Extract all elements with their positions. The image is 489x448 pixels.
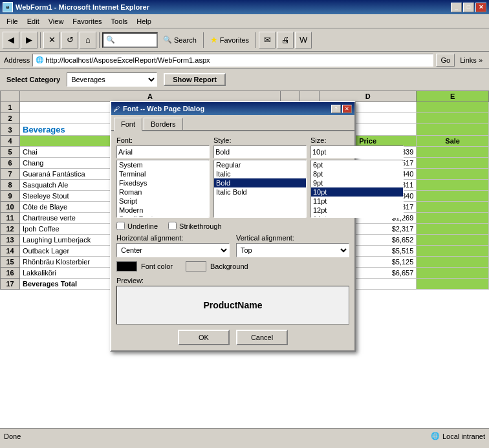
font-color-item: Font color [116,261,173,272]
toolbar-separator-4 [255,32,256,48]
style-input[interactable]: Bold [213,145,307,158]
window-title: WebForm1 - Microsoft Internet Explorer [16,3,149,11]
checkbox-row: Underline Strikethrough [116,222,349,230]
dialog-help-button[interactable]: ? [331,105,341,113]
vertical-align-select[interactable]: Top Middle Bottom [236,243,349,257]
size-listbox[interactable]: 6pt 8pt 9pt 10pt 11pt 12pt 14pt 16pt 18p… [310,160,404,218]
font-option-terminal: Terminal [117,169,209,178]
dialog-titlebar: 🖋 Font -- Web Page Dialog ? ✕ [111,102,354,115]
star-icon: ★ [210,35,218,45]
window-controls: _ □ ✕ [451,3,486,12]
font-color-swatch[interactable] [116,261,137,272]
search-label: Search [174,36,197,44]
ok-button[interactable]: OK [178,330,230,345]
underline-checkbox-label: Underline [116,222,158,230]
menu-help[interactable]: Help [133,16,155,27]
search-wrap: 🔍 [102,32,158,48]
size-input[interactable]: 10pt [310,145,404,158]
preview-text: ProductName [203,300,262,310]
links-button[interactable]: Links » [457,56,485,64]
preview-box: ProductName [116,286,349,325]
dialog-icon: 🖋 [114,105,120,112]
v-align-label: Vertical alignment: [236,234,349,242]
vertical-align-col: Vertical alignment: Top Middle Bottom [236,234,349,257]
font-option-fixedsys: Fixedsys [117,178,209,187]
strikethrough-checkbox[interactable] [168,222,177,230]
dialog-close-button[interactable]: ✕ [342,105,352,113]
menu-file[interactable]: File [3,16,22,27]
font-option-system: System [117,160,209,169]
font-option-modern: Modern [117,206,209,215]
toolbar-separator-3 [203,32,204,48]
strikethrough-label: Strikethrough [179,222,221,230]
title-left: e WebForm1 - Microsoft Internet Explorer [3,2,149,12]
search-input[interactable] [115,36,154,44]
ie-icon: e [3,2,13,12]
underline-checkbox[interactable] [116,222,125,230]
font-inputs-row: Font: Arial System Terminal Fixedsys Rom… [116,136,349,218]
menu-view[interactable]: View [45,16,68,27]
go-button[interactable]: Go [436,54,455,67]
dialog-tabs: Font Borders [111,115,354,131]
address-bar[interactable]: 🌐 http://localhost/AsposeExcelReport/Web… [32,54,433,67]
font-option-roman: Roman [117,187,209,197]
font-name-listbox[interactable]: System Terminal Fixedsys Roman Script Mo… [116,160,210,218]
toolbar: ◀ ▶ ✕ ↺ ⌂ 🔍 🔍 Search ★ Favorites ✉ 🖨 W [0,28,489,52]
minimize-button[interactable]: _ [451,3,462,12]
font-size-col: Size: 10pt 6pt 8pt 9pt 10pt 11pt 12pt 14… [310,136,404,218]
address-label: Address [4,56,30,64]
font-name-col: Font: Arial System Terminal Fixedsys Rom… [116,136,210,218]
toolbar-separator-2 [99,32,100,48]
size-6pt: 6pt [311,160,403,169]
alignment-row: Horizontal alignment: Left Center Right … [116,234,349,257]
menu-favorites[interactable]: Favorites [69,16,105,27]
back-button[interactable]: ◀ [3,32,19,48]
favorites-label: Favorites [220,36,249,44]
print-button[interactable]: 🖨 [277,32,294,48]
background-color-swatch[interactable] [186,261,206,272]
style-option-bold: Bold [214,178,306,187]
background-color-item: Background [186,261,248,272]
color-row: Font color Background [116,261,349,272]
style-listbox[interactable]: Regular Italic Bold Italic Bold [213,160,307,218]
horizontal-align-col: Horizontal alignment: Left Center Right [116,234,230,257]
stop-button[interactable]: ✕ [43,32,60,48]
style-option-regular: Regular [214,160,306,169]
size-14pt: 14pt [311,215,403,218]
underline-label: Underline [127,222,158,230]
refresh-button[interactable]: ↺ [61,32,78,48]
maximize-button[interactable]: □ [463,3,474,12]
font-option-script: Script [117,197,209,206]
page-content: Select Category Beverages Show Report A … [0,69,489,443]
menubar: File Edit View Favorites Tools Help [0,14,489,28]
search-button[interactable]: 🔍 Search [159,34,201,45]
font-label: Font: [116,136,210,144]
style-label: Style: [213,136,307,144]
font-name-input[interactable]: Arial [116,145,210,158]
size-label: Size: [310,136,404,144]
dialog-controls: ? ✕ [331,105,352,113]
word-button[interactable]: W [295,32,312,48]
home-button[interactable]: ⌂ [80,32,96,48]
font-color-label: Font color [141,262,173,270]
tab-font[interactable]: Font [114,118,142,131]
close-button[interactable]: ✕ [475,3,486,12]
size-11pt: 11pt [311,197,403,206]
tab-borders[interactable]: Borders [144,118,183,130]
size-12pt: 12pt [311,206,403,215]
dialog-title: Font -- Web Page Dialog [123,105,204,112]
address-url: http://localhost/AsposeExcelReport/WebFo… [45,56,210,64]
menu-edit[interactable]: Edit [23,16,43,27]
menu-tools[interactable]: Tools [107,16,132,27]
favorites-button[interactable]: ★ Favorites [206,34,253,46]
style-option-italic: Italic [214,169,306,178]
page-icon: 🌐 [36,56,43,63]
forward-button[interactable]: ▶ [21,32,38,48]
horizontal-align-select[interactable]: Left Center Right [116,243,230,257]
size-10pt: 10pt [311,187,403,197]
cancel-button[interactable]: Cancel [236,330,288,345]
dialog-overlay: 🖋 Font -- Web Page Dialog ? ✕ Font Borde… [0,69,489,443]
preview-label: Preview: [116,277,349,284]
mail-button[interactable]: ✉ [259,32,276,48]
style-option-italic-bold: Italic Bold [214,187,306,197]
